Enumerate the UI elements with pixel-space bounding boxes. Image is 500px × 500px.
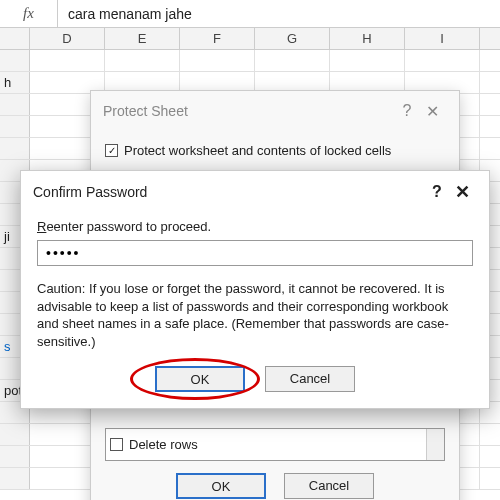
col-header[interactable]: I [405,28,480,49]
permission-option: Delete rows [129,437,198,452]
fx-label[interactable]: fx [0,0,58,27]
checkbox-icon[interactable] [110,438,123,451]
dialog-title: Confirm Password [33,184,427,200]
confirm-password-dialog: Confirm Password ? ✕ Reenter password to… [20,170,490,409]
dialog-title: Protect Sheet [103,103,397,119]
permissions-listbox[interactable]: Delete rows [105,428,445,461]
close-icon[interactable]: ✕ [417,102,447,121]
dialog-titlebar: Protect Sheet ? ✕ [91,91,459,131]
dialog-titlebar: Confirm Password ? ✕ [21,171,489,213]
close-icon[interactable]: ✕ [447,181,477,203]
protect-checkbox-label: Protect worksheet and contents of locked… [124,143,391,158]
cancel-button[interactable]: Cancel [265,366,355,392]
col-header[interactable]: G [255,28,330,49]
formula-input[interactable]: cara menanam jahe [58,0,500,27]
checkbox-icon[interactable]: ✓ [105,144,118,157]
formula-bar: fx cara menanam jahe [0,0,500,28]
caution-text: Caution: If you lose or forget the passw… [37,280,473,350]
scrollbar[interactable] [426,429,444,460]
col-header[interactable]: E [105,28,180,49]
ok-button[interactable]: OK [176,473,266,499]
reenter-label: Reenter password to proceed. [37,219,473,234]
protect-checkbox-row[interactable]: ✓ Protect worksheet and contents of lock… [105,143,445,158]
col-header[interactable]: D [30,28,105,49]
col-header[interactable]: F [180,28,255,49]
help-icon[interactable]: ? [427,183,447,201]
password-input[interactable] [37,240,473,266]
column-headers: D E F G H I [0,28,500,50]
help-icon[interactable]: ? [397,102,417,120]
ok-button[interactable]: OK [155,366,245,392]
cell[interactable]: h [0,72,30,93]
cancel-button[interactable]: Cancel [284,473,374,499]
col-header[interactable]: H [330,28,405,49]
col-corner [0,28,30,49]
